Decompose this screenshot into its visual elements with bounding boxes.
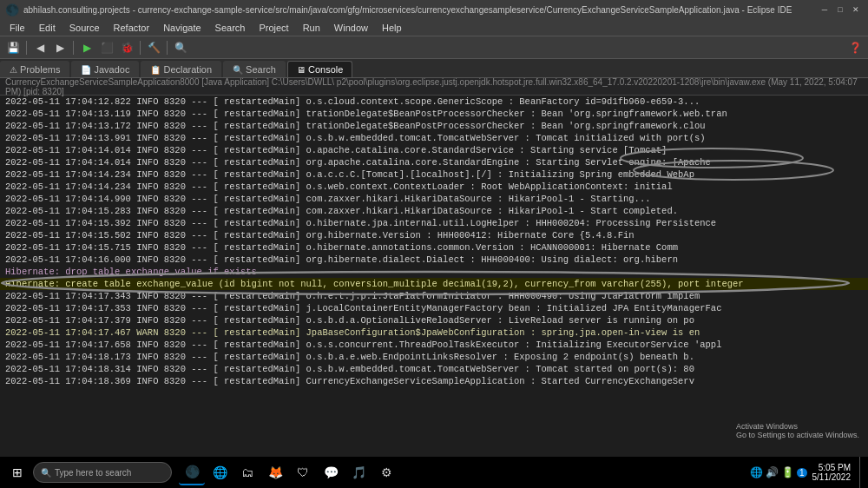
tab-icon-declaration: 📋 <box>150 65 161 75</box>
toolbar-separator <box>26 41 27 55</box>
volume-icon[interactable]: 🔊 <box>766 466 779 478</box>
tab-problems[interactable]: ⚠Problems <box>0 61 69 77</box>
tab-icon-javadoc: 📄 <box>81 65 91 75</box>
window-controls: ─ □ ✕ <box>818 3 863 16</box>
taskbar-app-chat[interactable]: 💬 <box>318 459 344 485</box>
log-line-0: 2022-05-11 17:04:12.822 INFO 8320 --- [ … <box>0 96 868 108</box>
toolbar-separator-4 <box>167 41 168 55</box>
log-line-5: 2022-05-11 17:04:14.014 INFO 8320 --- [ … <box>0 156 868 168</box>
menu-item-project[interactable]: Project <box>253 21 294 35</box>
menu-item-refactor[interactable]: Refactor <box>108 21 156 35</box>
menu-item-file[interactable]: File <box>3 21 31 35</box>
search-button[interactable]: 🔍 <box>171 38 190 57</box>
tab-search[interactable]: 🔍Search <box>223 61 286 77</box>
stop-button[interactable]: ⬛ <box>97 38 116 57</box>
window-title: abhilash.consulting.projects - currency-… <box>23 5 818 15</box>
log-line-23: 2022-05-11 17:04:18.369 INFO 8320 --- [ … <box>0 375 868 387</box>
log-line-20: 2022-05-11 17:04:17.658 INFO 8320 --- [ … <box>0 339 868 351</box>
tab-icon-problems: ⚠ <box>10 65 17 75</box>
log-line-17: 2022-05-11 17:04:17.353 INFO 8320 --- [ … <box>0 302 868 314</box>
minimize-button[interactable]: ─ <box>818 3 832 16</box>
app-path-bar: CurrencyExchangeServiceSampleApplication… <box>0 78 868 96</box>
taskbar-app-eclipse[interactable]: 🌑 <box>179 459 205 485</box>
sys-tray: 🌐 🔊 🔋 1 5:05 PM 5/11/2022 <box>750 457 863 488</box>
title-bar: 🌑 abhilash.consulting.projects - currenc… <box>0 0 868 19</box>
console-wrapper: 2022-05-11 17:04:12.822 INFO 8320 --- [ … <box>0 96 868 472</box>
back-button[interactable]: ◀ <box>30 38 49 57</box>
log-line-22: 2022-05-11 17:04:18.314 INFO 8320 --- [ … <box>0 363 868 375</box>
run-button[interactable]: ▶ <box>77 38 96 57</box>
battery-icon[interactable]: 🔋 <box>781 466 794 478</box>
log-line-6: 2022-05-11 17:04:14.234 INFO 8320 --- [ … <box>0 168 868 181</box>
menu-item-help[interactable]: Help <box>376 21 408 35</box>
tab-icon-console: 🖥 <box>297 65 306 75</box>
log-line-14: Hibernate: drop table exchange_value if … <box>0 266 868 278</box>
search-icon: 🔍 <box>41 468 51 478</box>
taskbar-app-shield[interactable]: 🛡 <box>290 459 316 485</box>
toolbar: 💾 ◀ ▶ ▶ ⬛ 🐞 🔨 🔍 ❓ <box>0 36 868 59</box>
start-button[interactable]: ⊞ <box>5 462 30 483</box>
taskbar-app-settings[interactable]: ⚙ <box>373 459 399 485</box>
taskbar-search-box[interactable]: 🔍 Type here to search <box>33 462 172 483</box>
console-scroll[interactable]: 2022-05-11 17:04:12.822 INFO 8320 --- [ … <box>0 96 868 472</box>
log-line-9: 2022-05-11 17:04:15.283 INFO 8320 --- [ … <box>0 205 868 217</box>
log-line-21: 2022-05-11 17:04:18.173 INFO 8320 --- [ … <box>0 351 868 363</box>
taskbar-app-explorer[interactable]: 🗂 <box>234 459 260 485</box>
toolbar-separator-3 <box>140 41 141 55</box>
forward-button[interactable]: ▶ <box>50 38 69 57</box>
tab-declaration[interactable]: 📋Declaration <box>141 61 221 77</box>
show-desktop-button[interactable] <box>859 457 863 488</box>
tab-icon-search: 🔍 <box>233 65 243 75</box>
menu-item-run[interactable]: Run <box>297 21 326 35</box>
log-line-16: 2022-05-11 17:04:17.343 INFO 8320 --- [ … <box>0 290 868 302</box>
menu-item-source[interactable]: Source <box>63 21 106 35</box>
log-line-12: 2022-05-11 17:04:15.715 INFO 8320 --- [ … <box>0 241 868 254</box>
log-line-7: 2022-05-11 17:04:14.234 INFO 8320 --- [ … <box>0 181 868 193</box>
clock-date: 5/11/2022 <box>812 472 852 482</box>
app-icon: 🌑 <box>5 3 19 16</box>
maximize-button[interactable]: □ <box>833 3 847 16</box>
search-placeholder: Type here to search <box>55 468 131 478</box>
close-button[interactable]: ✕ <box>849 3 863 16</box>
log-line-15: Hibernate: create table exchange_value (… <box>0 278 868 290</box>
log-line-1: 2022-05-11 17:04:13.119 INFO 8320 --- [ … <box>0 108 868 120</box>
taskbar-app-music[interactable]: 🎵 <box>345 459 372 485</box>
taskbar-app-firefox[interactable]: 🦊 <box>262 459 288 485</box>
toolbar-separator-2 <box>73 41 74 55</box>
sys-tray-icons: 🌐 🔊 🔋 1 <box>750 466 807 478</box>
tab-javadoc[interactable]: 📄Javadoc <box>71 61 139 77</box>
log-line-18: 2022-05-11 17:04:17.379 INFO 8320 --- [ … <box>0 314 868 326</box>
bottom-tabs: ⚠Problems📄Javadoc📋Declaration🔍Search🖥Con… <box>0 59 868 78</box>
menu-item-navigate[interactable]: Navigate <box>157 21 207 35</box>
log-line-19: 2022-05-11 17:04:17.467 WARN 8320 --- [ … <box>0 326 868 339</box>
log-line-4: 2022-05-11 17:04:14.014 INFO 8320 --- [ … <box>0 144 868 156</box>
menu-item-search[interactable]: Search <box>209 21 252 35</box>
save-button[interactable]: 💾 <box>3 38 23 57</box>
activate-windows-msg: Activate Windows Go to Settings to activ… <box>736 422 859 439</box>
log-line-3: 2022-05-11 17:04:13.991 INFO 8320 --- [ … <box>0 132 868 144</box>
network-icon[interactable]: 🌐 <box>750 466 763 478</box>
build-button[interactable]: 🔨 <box>144 38 163 57</box>
toolbar-help-button[interactable]: ❓ <box>845 38 865 57</box>
log-line-10: 2022-05-11 17:04:15.392 INFO 8320 --- [ … <box>0 217 868 229</box>
menu-item-window[interactable]: Window <box>328 21 374 35</box>
log-line-11: 2022-05-11 17:04:15.502 INFO 8320 --- [ … <box>0 229 868 241</box>
tab-console[interactable]: 🖥Console <box>287 61 352 77</box>
log-line-13: 2022-05-11 17:04:16.000 INFO 8320 --- [ … <box>0 254 868 266</box>
taskbar-apps: 🌑 🌐 🗂 🦊 🛡 💬 🎵 ⚙ <box>179 459 399 485</box>
time-display: 5:05 PM 5/11/2022 <box>812 463 852 482</box>
console-lines: 2022-05-11 17:04:12.822 INFO 8320 --- [ … <box>0 96 868 387</box>
log-line-8: 2022-05-11 17:04:14.990 INFO 8320 --- [ … <box>0 193 868 205</box>
taskbar: ⊞ 🔍 Type here to search 🌑 🌐 🗂 🦊 🛡 💬 🎵 ⚙ … <box>0 457 868 488</box>
app-path-text: CurrencyExchangeServiceSampleApplication… <box>5 77 863 96</box>
menu-item-edit[interactable]: Edit <box>33 21 62 35</box>
clock-time: 5:05 PM <box>812 463 852 472</box>
taskbar-app-edge[interactable]: 🌐 <box>207 459 233 485</box>
debug-button[interactable]: 🐞 <box>117 38 136 57</box>
notification-icon[interactable]: 1 <box>797 468 807 478</box>
log-line-2: 2022-05-11 17:04:13.172 INFO 8320 --- [ … <box>0 120 868 132</box>
menu-bar: FileEditSourceRefactorNavigateSearchProj… <box>0 19 868 36</box>
